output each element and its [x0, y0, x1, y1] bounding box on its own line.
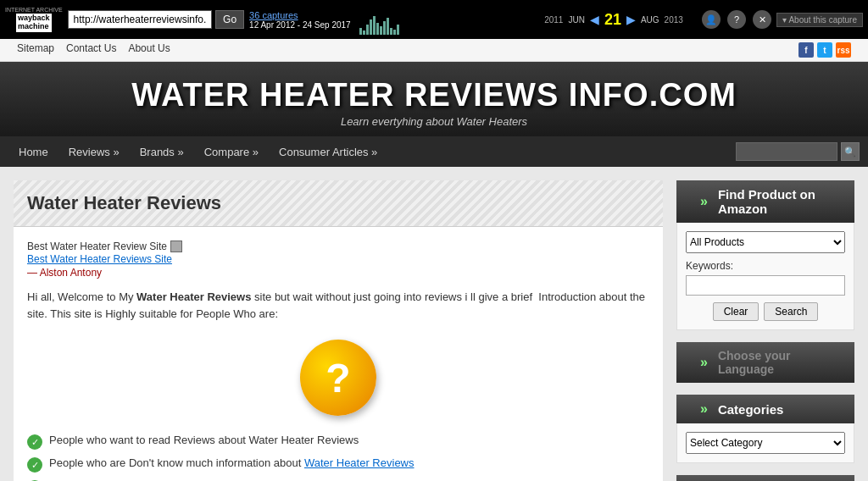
- chevron-icon: »: [700, 401, 708, 417]
- categories-widget-header: » Categories: [676, 395, 854, 423]
- nav-reviews[interactable]: Reviews »: [58, 136, 130, 167]
- wayback-icons: 👤 ? ✕: [702, 10, 771, 29]
- amazon-search-button[interactable]: Search: [764, 302, 818, 321]
- wayback-logo: INTERNET ARCHIVE waybackmachine: [5, 7, 63, 31]
- site-subtitle: Learn evertyhing about Water Heaters: [8, 115, 860, 128]
- page-content: Water Heater Reviews Best Water Heater R…: [0, 167, 868, 481]
- recent-posts-widget: » Recent Posts Best Water Heater Guide B…: [676, 475, 854, 481]
- amazon-widget: » Find Product on Amazon All Products Ke…: [676, 180, 854, 330]
- review-site-text: Best Water Heater Review Site: [27, 240, 167, 252]
- sitemap-link[interactable]: Sitemap: [17, 42, 54, 58]
- month-prev-label: JUN: [568, 15, 584, 25]
- question-image: ?: [296, 335, 381, 420]
- amazon-keywords-input[interactable]: [686, 275, 845, 296]
- intro-text: Hi all, Welcome to My Water Heater Revie…: [27, 289, 649, 322]
- review-site-icon: [170, 240, 182, 252]
- language-widget-title: Choose your Language: [718, 349, 846, 376]
- amazon-widget-header: » Find Product on Amazon: [676, 180, 854, 223]
- about-capture-button[interactable]: ▾ About this capture: [776, 13, 863, 27]
- twitter-icon[interactable]: t: [817, 42, 832, 58]
- user-icon[interactable]: 👤: [702, 10, 721, 29]
- nav-brands[interactable]: Brands »: [130, 136, 194, 167]
- bullet-link[interactable]: Water Heater Reviews: [304, 456, 415, 469]
- month-next-label: AUG: [641, 15, 659, 25]
- chevron-icon: »: [700, 355, 708, 370]
- language-widget: » Choose your Language: [676, 342, 854, 383]
- sidebar: » Find Product on Amazon All Products Ke…: [676, 180, 854, 481]
- help-icon[interactable]: ?: [727, 10, 746, 29]
- nav-compare[interactable]: Compare »: [194, 136, 269, 167]
- nav-search: 🔍: [736, 142, 860, 161]
- rss-icon[interactable]: rss: [836, 42, 851, 58]
- language-widget-header: » Choose your Language: [676, 342, 854, 383]
- review-site-label: Best Water Heater Review Site: [27, 240, 649, 252]
- year-next-label: 2013: [665, 15, 683, 25]
- social-icons: f t rss: [798, 42, 851, 58]
- author-label: — Alston Antony: [27, 267, 649, 279]
- close-icon[interactable]: ✕: [753, 10, 771, 29]
- categories-widget: » Categories Select Category AI Products…: [676, 395, 854, 463]
- wayback-captures-link[interactable]: 36 captures: [249, 10, 351, 20]
- question-bubble: ?: [300, 340, 376, 416]
- article-header: Water Heater Reviews: [14, 180, 663, 227]
- list-item: ✓ People who are Don't know much informa…: [27, 456, 649, 473]
- nav-home[interactable]: Home: [8, 136, 58, 167]
- wayback-go-button[interactable]: Go: [215, 10, 244, 29]
- site-title: WATER HEATER REVIEWS INFO.COM: [8, 77, 860, 113]
- nav-search-input[interactable]: [736, 142, 837, 161]
- year-prev-label: 2011: [544, 15, 563, 25]
- wayback-months: 2011 JUN ◀ 21 ▶ AUG 2013: [544, 11, 697, 29]
- prev-month-button[interactable]: ◀: [590, 13, 599, 26]
- categories-select[interactable]: Select Category AI Products Reviews Bran…: [686, 432, 845, 454]
- categories-widget-body: Select Category AI Products Reviews Bran…: [676, 423, 854, 463]
- check-icon: ✓: [27, 457, 42, 473]
- categories-widget-title: Categories: [718, 402, 784, 417]
- facebook-icon[interactable]: f: [798, 42, 814, 58]
- about-link[interactable]: About Us: [128, 42, 170, 58]
- wayback-url-form: Go: [68, 10, 245, 29]
- amazon-clear-button[interactable]: Clear: [713, 302, 760, 321]
- check-icon: ✓: [27, 434, 42, 450]
- article-title: Water Heater Reviews: [27, 192, 649, 214]
- wayback-bar: INTERNET ARCHIVE waybackmachine Go 36 ca…: [0, 0, 868, 39]
- wayback-captures-info: 36 captures 12 Apr 2012 - 24 Sep 2017: [249, 10, 351, 30]
- site-header: WATER HEATER REVIEWS INFO.COM Learn ever…: [0, 62, 868, 136]
- next-month-button[interactable]: ▶: [626, 13, 636, 26]
- list-item: ✓ People who want to read Reviews about …: [27, 434, 649, 450]
- wayback-date-range: 12 Apr 2012 - 24 Sep 2017: [249, 20, 351, 30]
- recent-posts-widget-header: » Recent Posts: [676, 475, 854, 481]
- wayback-graph: [356, 4, 540, 35]
- chevron-icon: »: [700, 194, 708, 209]
- wayback-url-input[interactable]: [68, 10, 213, 29]
- nav-search-button[interactable]: 🔍: [841, 142, 860, 161]
- amazon-category-select[interactable]: All Products: [686, 231, 845, 253]
- contact-link[interactable]: Contact Us: [66, 42, 116, 58]
- current-day: 21: [604, 11, 621, 29]
- sitemap-bar: Sitemap Contact Us About Us f t rss: [0, 39, 868, 62]
- review-site-link[interactable]: Best Water Heater Reviews Site: [27, 253, 172, 265]
- main-content: Water Heater Reviews Best Water Heater R…: [14, 180, 663, 481]
- wayback-logo-text: waybackmachine: [16, 14, 52, 32]
- amazon-keywords-label: Keywords:: [686, 260, 845, 272]
- internet-archive-label: INTERNET ARCHIVE: [5, 7, 63, 14]
- amazon-widget-title: Find Product on Amazon: [718, 187, 846, 216]
- bullet-text: People who are Don't know much informati…: [49, 456, 415, 469]
- bullet-list: ✓ People who want to read Reviews about …: [27, 434, 649, 481]
- amazon-widget-body: All Products Keywords: Clear Search: [676, 223, 854, 330]
- bullet-text: People who want to read Reviews about Wa…: [49, 434, 359, 446]
- article-body: Best Water Heater Review Site Best Water…: [14, 227, 663, 481]
- main-nav: Home Reviews » Brands » Compare » Consum…: [0, 136, 868, 167]
- amazon-buttons: Clear Search: [686, 302, 845, 321]
- nav-consumer-articles[interactable]: Consumer Articles »: [269, 136, 387, 167]
